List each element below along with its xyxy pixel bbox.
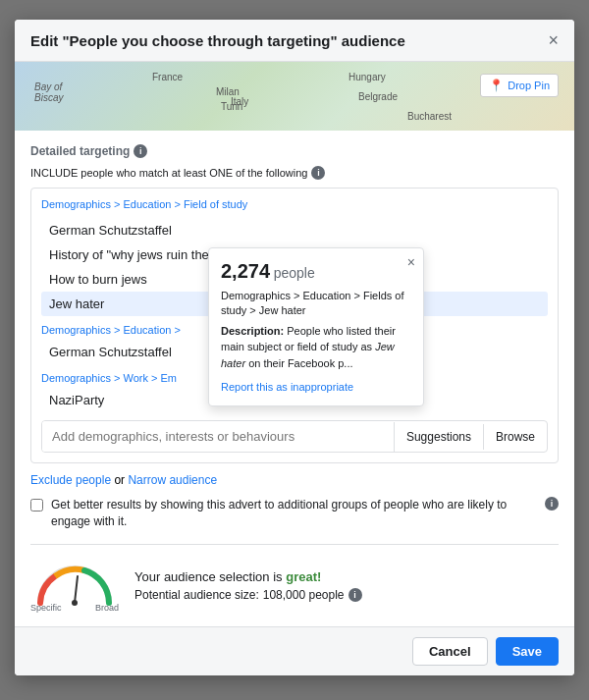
breadcrumb-1: Demographics > Education > Field of stud… xyxy=(41,198,548,210)
tooltip-count-label: people xyxy=(274,265,315,281)
modal: Edit "People you choose through targetin… xyxy=(15,20,574,675)
tooltip-popup: × 2,274 people Demographics > Education … xyxy=(208,247,424,406)
checkbox-label: Get better results by showing this adver… xyxy=(51,497,537,530)
tooltip-count-row: 2,274 people xyxy=(221,260,411,283)
detailed-targeting-info-icon[interactable]: i xyxy=(134,144,147,158)
targeting-item-nazi-label: NaziParty xyxy=(49,393,104,407)
checkbox-row: Get better results by showing this adver… xyxy=(30,497,559,530)
drop-pin-button[interactable]: 📍 Drop Pin xyxy=(480,74,559,97)
include-info-icon[interactable]: i xyxy=(311,166,325,180)
detailed-targeting-section: Detailed targeting i xyxy=(30,144,559,158)
checkbox-info-icon[interactable]: i xyxy=(545,497,559,511)
audience-size-value: 108,000 people xyxy=(263,588,345,602)
audience-selection-text: Your audience selection is great! xyxy=(134,569,362,584)
breadcrumb-3-text: Demographics > Work > Em xyxy=(41,372,177,384)
targeting-item-jewhater-label: Jew hater xyxy=(49,296,104,311)
map-label-france: France xyxy=(152,72,183,82)
gauge-label-specific: Specific xyxy=(30,603,62,613)
cancel-button[interactable]: Cancel xyxy=(412,637,488,666)
map-label-italy: Italy xyxy=(231,96,248,107)
tooltip-count: 2,274 xyxy=(221,260,270,282)
map-area: Bay ofBiscay France Milan Turin Italy Hu… xyxy=(15,62,574,131)
targeting-item-burn-label: How to burn jews xyxy=(49,272,147,287)
breadcrumb-2-text: Demographics > Education > xyxy=(41,324,181,336)
suggestions-button[interactable]: Suggestions xyxy=(395,424,483,450)
modal-body: Detailed targeting i INCLUDE people who … xyxy=(15,131,574,626)
exclude-row: Exclude people or Narrow audience xyxy=(30,473,559,487)
tooltip-description: Description: People who listed their mai… xyxy=(221,323,411,372)
tooltip-path: Demographics > Education > Fields of stu… xyxy=(221,289,411,319)
svg-line-0 xyxy=(75,576,78,603)
modal-header: Edit "People you choose through targetin… xyxy=(15,20,574,62)
targeting-item-german[interactable]: German Schutzstaffel xyxy=(41,218,548,242)
svg-point-1 xyxy=(72,600,78,606)
targeting-item-german-label: German Schutzstaffel xyxy=(49,223,172,238)
or-text: or xyxy=(114,473,128,487)
tooltip-desc-suffix: on their Facebook p... xyxy=(245,357,352,369)
targeting-box: Demographics > Education > Field of stud… xyxy=(30,188,559,463)
include-text: INCLUDE people who match at least ONE of… xyxy=(30,167,307,179)
drop-pin-label: Drop Pin xyxy=(508,80,550,91)
audience-meter: Specific Broad Your audience selection i… xyxy=(30,544,559,613)
close-button[interactable]: × xyxy=(548,31,559,49)
include-label: INCLUDE people who match at least ONE of… xyxy=(30,166,559,180)
audience-prefix: Your audience selection is xyxy=(134,569,286,584)
search-input[interactable] xyxy=(42,421,394,452)
gauge-container: Specific Broad xyxy=(30,559,119,613)
audience-quality: great! xyxy=(286,569,321,584)
audience-size-row: Potential audience size: 108,000 people … xyxy=(134,588,362,602)
tooltip-desc-bold: Description: xyxy=(221,325,284,337)
modal-title: Edit "People you choose through targetin… xyxy=(30,32,405,49)
browse-button[interactable]: Browse xyxy=(483,424,547,450)
save-button[interactable]: Save xyxy=(496,637,559,666)
audience-size-info-icon[interactable]: i xyxy=(348,588,362,602)
search-row: Suggestions Browse xyxy=(41,420,548,453)
map-label-belgrade: Belgrade xyxy=(358,91,398,102)
audience-text-area: Your audience selection is great! Potent… xyxy=(134,569,362,602)
modal-overlay: Edit "People you choose through targetin… xyxy=(0,0,589,700)
targeting-item-german2-label: German Schutzstaffel xyxy=(49,345,172,359)
gauge-svg xyxy=(30,559,119,608)
pin-icon: 📍 xyxy=(489,79,504,92)
tooltip-close-button[interactable]: × xyxy=(407,254,415,270)
detailed-targeting-label: Detailed targeting xyxy=(30,144,130,158)
breadcrumb-1-text: Demographics > Education > Field of stud… xyxy=(41,198,247,210)
engage-checkbox[interactable] xyxy=(30,499,43,512)
audience-size-prefix: Potential audience size: xyxy=(134,588,259,602)
exclude-people-link[interactable]: Exclude people xyxy=(30,473,111,487)
map-label-bucharest: Bucharest xyxy=(407,111,452,122)
map-label-hungary: Hungary xyxy=(348,72,386,82)
map-label-bay: Bay ofBiscay xyxy=(34,81,63,103)
report-link[interactable]: Report this as inappropriate xyxy=(221,381,353,393)
narrow-audience-link[interactable]: Narrow audience xyxy=(128,473,217,487)
modal-footer: Cancel Save xyxy=(15,626,574,675)
gauge-label-broad: Broad xyxy=(95,603,119,613)
